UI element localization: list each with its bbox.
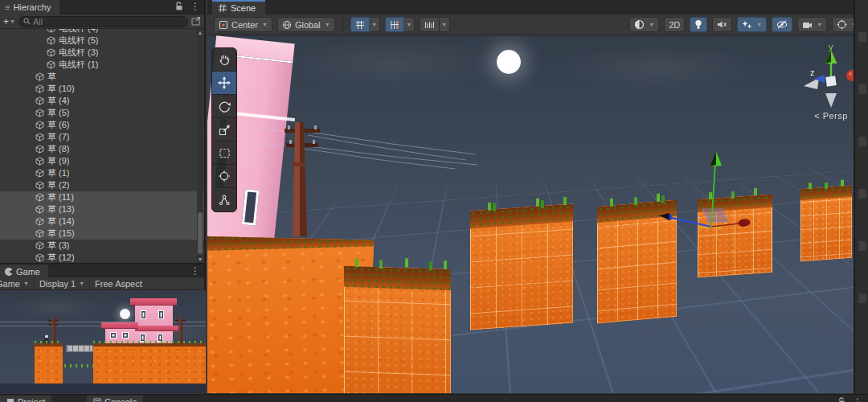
cube-icon [47, 60, 55, 69]
hierarchy-item[interactable]: 草 (13) [0, 203, 204, 215]
measure-tool-arrow[interactable]: ▼ [440, 17, 450, 32]
orientation-dropdown[interactable]: Global▼ [277, 17, 335, 32]
cube-icon [47, 48, 55, 57]
popout-window-icon[interactable] [191, 17, 201, 26]
hierarchy-list: 电线杆 (4) 电线杆 (5) 电线杆 (3) [0, 29, 204, 263]
game-tabstrip: Game ⋮ [0, 263, 204, 277]
game-toolbar: Game▼ Display 1▼ Free Aspect [0, 277, 204, 290]
add-object-button[interactable]: +▼ [3, 16, 15, 27]
draw-mode-dropdown[interactable]: ▼ [629, 17, 659, 32]
grid-visibility-button[interactable] [350, 17, 370, 32]
cube-icon [35, 205, 44, 214]
hierarchy-item[interactable]: 草 (7) [0, 131, 204, 143]
scale-tool-button[interactable] [212, 118, 236, 142]
tab-project[interactable]: Project [0, 396, 51, 402]
cube-icon [35, 121, 44, 129]
hidden-objects-button[interactable] [772, 17, 792, 32]
display-select-dropdown[interactable]: Display 1▼ [35, 277, 89, 290]
lock-icon[interactable] [175, 2, 183, 11]
rect-tool-button[interactable] [212, 142, 236, 165]
hierarchy-item[interactable]: 草 (12) [0, 252, 204, 263]
camera-settings-dropdown[interactable]: ▼ [797, 17, 827, 32]
hierarchy-toolbar: +▼ All [0, 14, 204, 29]
rotate-tool-button[interactable] [212, 95, 236, 118]
kebab-menu-icon[interactable]: ⋮ [190, 265, 201, 277]
hierarchy-item[interactable]: 电线杆 (1) [0, 59, 204, 71]
move-tool-button[interactable] [212, 72, 236, 95]
tab-console[interactable]: Console [87, 396, 143, 402]
house-roof [130, 298, 177, 306]
2d-toggle-button[interactable]: 2D [664, 17, 685, 32]
scene-tool-palette [211, 47, 237, 212]
hierarchy-item[interactable]: 电线杆 (5) [0, 35, 204, 47]
effects-dropdown[interactable]: ▼ [737, 17, 767, 32]
scene-viewport[interactable]: y z x < Persp [207, 35, 868, 393]
snap-increment-button[interactable] [385, 17, 404, 32]
hierarchy-tabstrip: ≡ Hierarchy ⋮ [0, 0, 204, 14]
cube-icon [35, 229, 44, 238]
scene-toolbar: Center▼ Global▼ ▼ ▼ [207, 14, 868, 35]
pivot-mode-dropdown[interactable]: Center▼ [214, 17, 272, 32]
hierarchy-item[interactable]: 草 (10) [0, 83, 204, 95]
cube-icon [47, 36, 55, 45]
unity-editor-window: ≡ Hierarchy ⋮ +▼ All [0, 0, 868, 402]
cube-icon [35, 72, 44, 81]
house-window [141, 310, 146, 319]
hierarchy-title: Hierarchy [13, 2, 51, 12]
game-display-mode-dropdown[interactable]: Game▼ [0, 277, 34, 290]
hierarchy-item[interactable]: 草 (14) [0, 215, 204, 228]
hierarchy-item[interactable]: 草 [0, 71, 204, 83]
hierarchy-search-input[interactable]: All [18, 16, 188, 27]
cube-icon [35, 217, 44, 226]
stone-bridge [66, 345, 93, 352]
hierarchy-item[interactable]: 草 (9) [0, 155, 204, 167]
hierarchy-item[interactable]: 电线杆 (3) [0, 47, 204, 59]
scene-grid-icon [219, 4, 227, 12]
grid-visibility-arrow[interactable]: ▼ [370, 17, 380, 32]
tab-scene[interactable]: Scene [212, 0, 265, 14]
hierarchy-item[interactable]: 草 (1) [0, 167, 204, 179]
axis-z-label: z [810, 68, 815, 77]
house-annex-roof [101, 322, 138, 329]
hierarchy-item[interactable]: 草 (8) [0, 143, 204, 155]
kebab-menu-icon[interactable]: ⋮ [852, 396, 863, 402]
scrollbar-thumb[interactable] [198, 212, 203, 254]
hierarchy-item[interactable]: 草 (11) [0, 191, 204, 203]
hierarchy-item[interactable]: 草 (6) [0, 119, 204, 131]
house-window [158, 310, 164, 319]
aspect-ratio-dropdown[interactable]: Free Aspect [90, 277, 147, 290]
cube-icon [35, 181, 44, 190]
scene-tabstrip: Scene ⋮ [207, 0, 868, 14]
cube-icon [35, 157, 44, 166]
move-gizmo[interactable] [207, 35, 868, 393]
custom-tool-button[interactable] [212, 188, 236, 211]
hierarchy-scrollbar[interactable]: ▲ ▼ [197, 29, 203, 263]
cube-icon [35, 145, 44, 154]
hierarchy-item[interactable]: 草 (5) [0, 107, 204, 119]
cube-icon [47, 29, 55, 33]
audio-toggle-button[interactable] [712, 17, 732, 32]
lighting-toggle-button[interactable] [690, 17, 707, 32]
hierarchy-item[interactable]: 草 (4) [0, 95, 204, 107]
tab-hierarchy[interactable]: ≡ Hierarchy [0, 0, 59, 14]
hierarchy-item[interactable]: 草 (3) [0, 240, 204, 252]
lock-icon[interactable] [838, 397, 845, 402]
terrain-ground [93, 343, 206, 384]
hierarchy-item[interactable]: 草 (15) [0, 228, 204, 240]
measure-tool-button[interactable] [420, 17, 440, 32]
kebab-menu-icon[interactable]: ⋮ [190, 1, 201, 12]
transform-tool-button[interactable] [212, 165, 236, 188]
void-below-ground [0, 384, 206, 393]
snap-increment-arrow[interactable]: ▼ [404, 17, 415, 32]
hierarchy-item[interactable]: 电线杆 (4) [0, 29, 204, 35]
hierarchy-item[interactable]: 草 (2) [0, 179, 204, 191]
cube-icon [35, 133, 44, 142]
game-preview[interactable] [0, 290, 206, 393]
hand-tool-button[interactable] [212, 48, 236, 72]
cube-icon [35, 109, 44, 117]
search-placeholder: All [33, 17, 43, 27]
house-window [122, 332, 129, 338]
cube-icon [35, 193, 44, 202]
left-column: ≡ Hierarchy ⋮ +▼ All [0, 0, 206, 402]
right-collapsed-strip[interactable] [854, 0, 868, 394]
